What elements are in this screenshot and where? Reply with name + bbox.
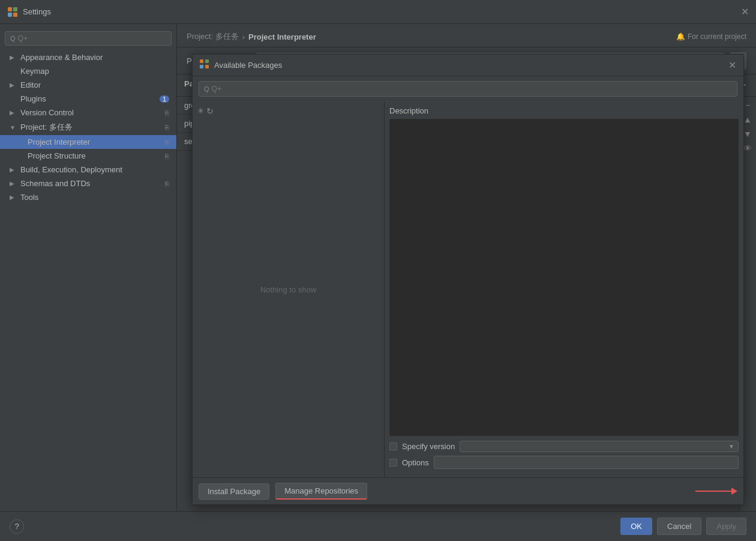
sidebar-item-label: Schemas and DTDs	[20, 179, 90, 188]
sidebar-item-keymap[interactable]: Keymap	[0, 64, 176, 78]
sidebar-item-project[interactable]: ▼ Project: 多任务 ⎘	[0, 119, 176, 135]
expand-arrow-icon: ▶	[10, 194, 17, 201]
ok-button[interactable]: OK	[620, 518, 652, 535]
dialog-search-input[interactable]	[212, 85, 732, 93]
svg-rect-6	[200, 65, 203, 68]
expand-arrow-icon: ▶	[10, 82, 17, 88]
options-row: Options	[389, 456, 739, 469]
options-checkbox[interactable]	[389, 459, 397, 467]
sidebar-item-label: Version Control	[20, 108, 74, 117]
dialog-title-text: Available Packages	[214, 61, 282, 70]
sidebar-item-label: Project Interpreter	[28, 138, 90, 147]
description-area	[389, 119, 739, 436]
sidebar-item-label: Project Structure	[28, 151, 86, 160]
sidebar-item-editor[interactable]: ▶ Editor	[0, 78, 176, 92]
sidebar-item-label: Appearance & Behavior	[20, 53, 103, 62]
sidebar-item-project-structure[interactable]: Project Structure ⎘	[0, 149, 176, 163]
available-packages-dialog: Available Packages ✕ Q ✳ ↻ Nothing to sh…	[192, 54, 744, 505]
content-header: Project: 多任务 › Project Interpreter 🔔 For…	[177, 24, 756, 47]
expand-arrow-icon: ▶	[10, 166, 17, 173]
specify-version-checkbox[interactable]	[389, 443, 397, 450]
for-current-project-text: For current project	[688, 32, 746, 41]
breadcrumb-separator: ›	[242, 32, 245, 41]
dialog-close-button[interactable]: ✕	[728, 59, 736, 71]
arrow-line	[695, 491, 731, 492]
copy-icon: ⎘	[165, 109, 169, 116]
svg-rect-1	[13, 7, 17, 11]
svg-rect-7	[205, 65, 209, 68]
for-current-project: 🔔 For current project	[676, 32, 746, 41]
version-dropdown[interactable]: ▼	[460, 441, 739, 452]
dialog-search-container[interactable]: Q	[199, 81, 737, 97]
sidebar-item-label: Project: 多任务	[20, 122, 73, 133]
sidebar-item-appearance[interactable]: ▶ Appearance & Behavior	[0, 50, 176, 64]
sidebar-item-tools[interactable]: ▶ Tools	[0, 190, 176, 204]
dialog-package-list: ✳ ↻ Nothing to show	[193, 101, 385, 477]
sidebar-item-label: Build, Execution, Deployment	[20, 165, 122, 174]
loading-icons: ✳ ↻	[197, 106, 214, 116]
copy-icon: ⎘	[165, 139, 169, 146]
copy-icon: ⎘	[165, 124, 169, 131]
bottom-bar: ? OK Cancel Apply	[0, 511, 756, 541]
sidebar-item-label: Tools	[20, 193, 38, 202]
arrow-head	[731, 488, 737, 495]
copy-icon: ⎘	[165, 180, 169, 187]
expand-arrow-icon: ▶	[10, 54, 17, 61]
nothing-to-show-text: Nothing to show	[260, 285, 316, 294]
breadcrumb-page: Project Interpreter	[248, 32, 316, 41]
sidebar-search-input[interactable]	[18, 34, 166, 43]
install-package-button[interactable]: Install Package	[199, 483, 269, 500]
arrow-indicator	[695, 488, 737, 495]
dialog-title-bar: Available Packages ✕	[193, 55, 743, 76]
svg-rect-0	[8, 7, 12, 11]
specify-version-label: Specify version	[402, 442, 455, 451]
copy-icon: ⎘	[165, 153, 169, 160]
plugins-badge: 1	[160, 95, 169, 103]
dialog-description-panel: Description Specify version ▼ Options	[385, 101, 743, 477]
expand-arrow-icon: ▼	[10, 124, 17, 131]
svg-rect-3	[13, 13, 17, 17]
sidebar-search-container[interactable]: Q	[5, 31, 172, 46]
sidebar-item-schemas[interactable]: ▶ Schemas and DTDs ⎘	[0, 177, 176, 190]
sidebar: Q ▶ Appearance & Behavior Keymap ▶ Edito…	[0, 24, 177, 511]
cancel-button[interactable]: Cancel	[657, 518, 701, 535]
dialog-body: ✳ ↻ Nothing to show Description Specify …	[193, 101, 743, 477]
sidebar-item-label: Plugins	[20, 94, 46, 103]
sidebar-item-version-control[interactable]: ▶ Version Control ⎘	[0, 106, 176, 119]
manage-repositories-button[interactable]: Manage Repositories	[275, 483, 367, 500]
app-icon	[7, 7, 18, 17]
title-bar: Settings ✕	[0, 0, 756, 24]
dialog-title-icon	[200, 59, 209, 71]
sidebar-item-build[interactable]: ▶ Build, Execution, Deployment	[0, 163, 176, 177]
expand-arrow-icon: ▶	[10, 180, 17, 187]
notification-icon: 🔔	[676, 32, 685, 41]
sidebar-item-label: Keymap	[20, 67, 49, 76]
specify-version-row: Specify version ▼	[389, 441, 739, 452]
chevron-down-icon: ▼	[728, 443, 734, 450]
svg-rect-5	[205, 59, 209, 63]
svg-rect-2	[8, 13, 12, 17]
close-icon[interactable]: ✕	[741, 7, 749, 17]
spinner-icon: ✳	[197, 106, 204, 116]
refresh-icon[interactable]: ↻	[206, 106, 214, 116]
dialog-footer: Install Package Manage Repositories	[193, 477, 743, 504]
breadcrumb-project: Project: 多任务	[187, 31, 239, 42]
search-icon: Q	[10, 35, 16, 42]
svg-rect-4	[200, 59, 203, 63]
expand-arrow-icon: ▶	[10, 109, 17, 116]
sidebar-item-project-interpreter[interactable]: Project Interpreter ⎘	[0, 135, 176, 149]
help-button[interactable]: ?	[10, 519, 24, 534]
options-label: Options	[402, 458, 429, 467]
apply-button[interactable]: Apply	[706, 518, 746, 535]
sidebar-item-plugins[interactable]: Plugins 1	[0, 92, 176, 106]
options-input[interactable]	[434, 456, 739, 469]
search-icon: Q	[204, 85, 209, 92]
app-title: Settings	[23, 7, 51, 16]
sidebar-item-label: Editor	[20, 80, 41, 89]
description-label: Description	[389, 106, 739, 115]
